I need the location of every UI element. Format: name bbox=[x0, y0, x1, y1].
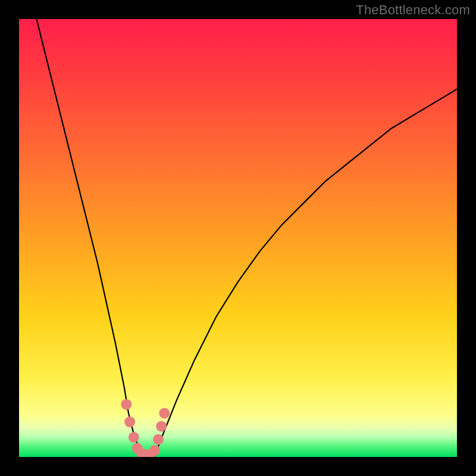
highlight-marker bbox=[121, 399, 131, 410]
highlight-marker bbox=[124, 416, 135, 427]
curve-left-branch bbox=[36, 19, 142, 457]
plot-area bbox=[19, 19, 457, 457]
highlight-marker bbox=[156, 421, 167, 431]
watermark-text: TheBottleneck.com bbox=[356, 2, 470, 18]
highlight-marker bbox=[149, 445, 160, 456]
curve-right-branch bbox=[155, 89, 457, 457]
chart-svg bbox=[19, 19, 457, 457]
highlight-markers bbox=[121, 399, 170, 457]
chart-frame: TheBottleneck.com bbox=[0, 0, 476, 476]
highlight-marker bbox=[129, 432, 139, 443]
highlight-marker bbox=[159, 408, 170, 418]
highlight-marker bbox=[153, 434, 164, 445]
